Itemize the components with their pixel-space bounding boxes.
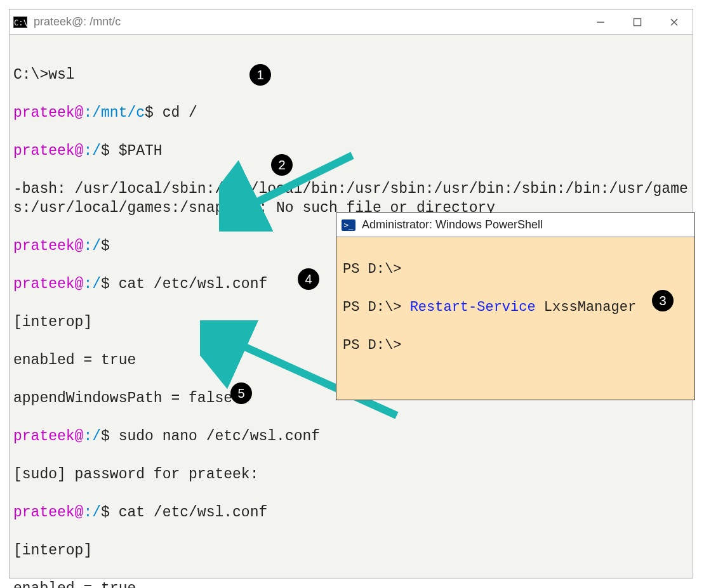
term-line: [interop] (13, 542, 92, 559)
term-line: appendWindowsPath = false (13, 390, 232, 407)
prompt-user: prateek@ (13, 276, 83, 292)
powershell-output[interactable]: PS D:\> PS D:\> Restart-Service LxssMana… (336, 237, 694, 400)
powershell-titlebar: >_ Administrator: Windows PowerShell (336, 213, 694, 237)
term-line: -bash: /usr/local/sbin:/usr/local/bin:/u… (13, 181, 688, 216)
cmd-icon: C:\. (13, 16, 27, 28)
prompt-path: :/mnt/c (83, 105, 145, 121)
prompt-path: :/ (83, 504, 101, 521)
prompt-rest: $ $PATH (101, 143, 163, 159)
maximize-icon (633, 18, 642, 27)
prompt-path: :/ (83, 143, 101, 159)
titlebar: C:\. prateek@: /mnt/c (10, 10, 693, 35)
prompt-path: :/ (83, 238, 101, 254)
minimize-button[interactable] (582, 10, 619, 34)
callout-5: 5 (230, 382, 252, 404)
powershell-title: Administrator: Windows PowerShell (362, 218, 543, 232)
prompt-user: prateek@ (13, 504, 83, 521)
callout-3: 3 (652, 290, 674, 311)
wsl-terminal-window: C:\. prateek@: /mnt/c C:\>wsl prateek@:/… (9, 9, 693, 578)
prompt-rest: $ sudo nano /etc/wsl.conf (101, 428, 320, 445)
svg-rect-1 (634, 18, 641, 25)
close-icon (670, 18, 679, 27)
ps-command: Restart-Service (410, 299, 536, 315)
ps-prompt: PS D:\> (343, 337, 401, 353)
ps-argument: LxssManager (536, 299, 636, 315)
prompt-path: :/ (83, 428, 101, 445)
prompt-rest: $ cat /etc/wsl.conf (101, 276, 267, 292)
prompt-rest: $ cat /etc/wsl.conf (101, 504, 267, 521)
window-title: prateek@: /mnt/c (34, 15, 582, 29)
prompt-user: prateek@ (13, 105, 83, 121)
prompt-rest: $ (101, 238, 110, 254)
prompt-user: prateek@ (13, 238, 83, 254)
minimize-icon (596, 18, 605, 27)
term-line: enabled = true (13, 352, 136, 369)
term-line: [interop] (13, 314, 92, 330)
powershell-icon: >_ (342, 219, 355, 231)
window-controls (582, 10, 693, 34)
term-line: C:\>wsl (13, 67, 75, 83)
term-line: enabled = true (13, 580, 136, 588)
prompt-path: :/ (83, 276, 101, 292)
close-button[interactable] (656, 10, 693, 34)
powershell-window: >_ Administrator: Windows PowerShell PS … (336, 212, 695, 400)
callout-4: 4 (298, 268, 319, 290)
callout-2: 2 (271, 154, 293, 176)
prompt-user: prateek@ (13, 428, 83, 445)
prompt-user: prateek@ (13, 143, 83, 159)
callout-1: 1 (249, 64, 271, 86)
maximize-button[interactable] (619, 10, 656, 34)
ps-prompt: PS D:\> (343, 299, 410, 315)
ps-prompt: PS D:\> (343, 261, 401, 277)
term-line: [sudo] password for prateek: (13, 466, 258, 483)
prompt-rest: $ cd / (145, 105, 197, 121)
